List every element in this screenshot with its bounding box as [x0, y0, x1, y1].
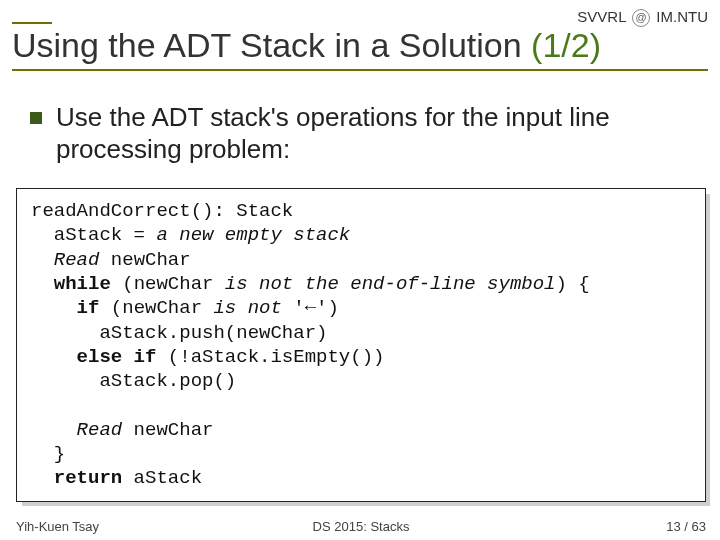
page-total: 63: [692, 519, 706, 534]
title-part: (1/2): [531, 26, 601, 64]
code-block: readAndCorrect(): Stack aStack = a new e…: [16, 188, 706, 502]
page-sep: /: [681, 519, 692, 534]
page-current: 13: [666, 519, 680, 534]
slide: SVVRL @ IM.NTU Using the ADT Stack in a …: [0, 0, 720, 540]
footer: Yih-Kuen Tsay DS 2015: Stacks 13 / 63: [16, 519, 706, 534]
title-main: Using the ADT Stack in a Solution: [12, 26, 522, 64]
bullet-text: Use the ADT stack's operations for the i…: [56, 102, 702, 165]
code-content: readAndCorrect(): Stack aStack = a new e…: [16, 188, 706, 502]
code-line: readAndCorrect(): Stack: [31, 200, 293, 222]
footer-course: DS 2015: Stacks: [313, 519, 410, 534]
code-line: return aStack: [31, 467, 202, 489]
footer-page: 13 / 63: [666, 519, 706, 534]
title-block: Using the ADT Stack in a Solution (1/2): [12, 22, 708, 71]
footer-author: Yih-Kuen Tsay: [16, 519, 99, 534]
code-line: aStack.push(newChar): [31, 322, 327, 344]
square-bullet-icon: [30, 112, 42, 124]
bullet-row: Use the ADT stack's operations for the i…: [30, 102, 702, 165]
page-title: Using the ADT Stack in a Solution (1/2): [12, 26, 708, 65]
code-line: aStack.pop(): [31, 370, 236, 392]
code-line: if (newChar is not '←'): [31, 297, 339, 319]
code-line: Read newChar: [31, 249, 191, 271]
code-line: [31, 395, 42, 417]
code-line: Read newChar: [31, 419, 213, 441]
code-line: aStack = a new empty stack: [31, 224, 350, 246]
title-rule-bottom: [12, 69, 708, 71]
code-line: while (newChar is not the end-of-line sy…: [31, 273, 590, 295]
code-line: }: [31, 443, 65, 465]
body: Use the ADT stack's operations for the i…: [30, 102, 702, 165]
code-line: else if (!aStack.isEmpty()): [31, 346, 384, 368]
title-rule-top: [12, 22, 52, 24]
